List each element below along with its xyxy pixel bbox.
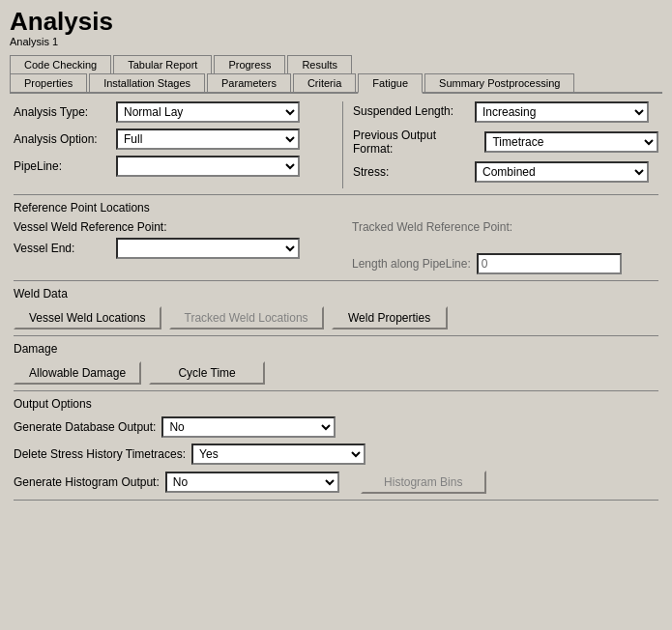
analysis-option-row: Analysis Option: Full Partial [14, 129, 333, 150]
tab-fatigue[interactable]: Fatigue [358, 73, 423, 94]
left-form: Analysis Type: Normal Lay Reverse Lay An… [14, 101, 342, 183]
divider-5 [14, 500, 658, 501]
stress-label: Stress: [353, 165, 469, 179]
tab-parameters[interactable]: Parameters [207, 73, 291, 92]
tab-tabular-report[interactable]: Tabular Report [113, 55, 212, 73]
vessel-end-row: Vessel End: [14, 238, 342, 259]
tab-results[interactable]: Results [287, 55, 352, 73]
divider-3 [14, 335, 658, 336]
delete-stress-label: Delete Stress History Timetraces: [14, 447, 186, 461]
tab-summary-postprocessing[interactable]: Summary Postprocessing [424, 73, 574, 92]
weld-properties-button[interactable]: Weld Properties [332, 306, 448, 329]
suspended-length-select[interactable]: Increasing Decreasing [475, 101, 649, 123]
cycle-time-button[interactable]: Cycle Time [149, 361, 265, 385]
tab-installation-stages[interactable]: Installation Stages [89, 73, 205, 92]
analysis-option-select[interactable]: Full Partial [116, 129, 300, 150]
page-container: Analysis Analysis 1 Code Checking Tabula… [0, 0, 672, 630]
top-form-section: Analysis Type: Normal Lay Reverse Lay An… [14, 101, 658, 189]
divider-2 [14, 280, 658, 281]
tab-properties[interactable]: Properties [10, 73, 87, 92]
divider-1 [14, 194, 658, 195]
generate-histogram-row: Generate Histogram Output: No Yes Histog… [14, 471, 658, 494]
vessel-weld-ref-label: Vessel Weld Reference Point: [14, 220, 342, 234]
analysis-type-label: Analysis Type: [14, 105, 110, 119]
histogram-bins-button[interactable]: Histogram Bins [361, 471, 486, 494]
delete-stress-row: Delete Stress History Timetraces: Yes No [14, 444, 658, 465]
vessel-end-label: Vessel End: [14, 242, 110, 255]
pipeline-select[interactable] [116, 156, 300, 177]
generate-db-label: Generate Database Output: [14, 420, 156, 434]
reference-points-header: Reference Point Locations [14, 201, 658, 215]
stress-row: Stress: Combined Axial Bending [353, 161, 658, 183]
delete-stress-select[interactable]: Yes No [191, 444, 365, 465]
page-title: Analysis [10, 8, 662, 36]
tracked-weld-ref-label: Tracked Weld Reference Point: [352, 220, 658, 234]
generate-histogram-label: Generate Histogram Output: [14, 475, 160, 489]
previous-output-select[interactable]: Timetrace Summary [484, 131, 658, 153]
stress-select[interactable]: Combined Axial Bending [475, 161, 649, 183]
previous-output-label: Previous Output Format: [353, 129, 479, 157]
tab-code-checking[interactable]: Code Checking [10, 55, 111, 73]
divider-4 [14, 390, 658, 391]
generate-db-row: Generate Database Output: No Yes [14, 416, 658, 438]
weld-buttons: Vessel Weld Locations Tracked Weld Locat… [14, 306, 658, 329]
analysis-type-row: Analysis Type: Normal Lay Reverse Lay [14, 101, 333, 123]
tab-bar: Code Checking Tabular Report Progress Re… [10, 55, 662, 94]
analysis-option-label: Analysis Option: [14, 132, 110, 146]
previous-output-row: Previous Output Format: Timetrace Summar… [353, 129, 658, 157]
generate-db-select[interactable]: No Yes [161, 416, 336, 438]
ref-left: Vessel Weld Reference Point: Vessel End: [14, 220, 342, 274]
tracked-weld-locations-button[interactable]: Tracked Weld Locations [169, 306, 324, 329]
ref-right: Tracked Weld Reference Point: Length alo… [342, 220, 658, 274]
tab-progress[interactable]: Progress [214, 55, 285, 73]
pipeline-row: PipeLine: [14, 156, 333, 177]
length-along-label: Length along PipeLine: [352, 257, 471, 271]
tab-criteria[interactable]: Criteria [293, 73, 356, 92]
output-options-header: Output Options [14, 397, 658, 411]
damage-buttons: Allowable Damage Cycle Time [14, 361, 658, 385]
content-area: Analysis Type: Normal Lay Reverse Lay An… [10, 94, 662, 511]
length-along-input[interactable] [477, 253, 622, 274]
reference-points-section: Vessel Weld Reference Point: Vessel End:… [14, 220, 658, 274]
page-subtitle: Analysis 1 [10, 36, 662, 47]
weld-data-header: Weld Data [14, 287, 658, 301]
tab-row-1: Code Checking Tabular Report Progress Re… [10, 55, 662, 73]
damage-header: Damage [14, 342, 658, 356]
allowable-damage-button[interactable]: Allowable Damage [14, 361, 141, 385]
pipeline-label: PipeLine: [14, 159, 110, 173]
generate-histogram-select[interactable]: No Yes [165, 472, 339, 493]
suspended-length-label: Suspended Length: [353, 104, 469, 118]
analysis-type-select[interactable]: Normal Lay Reverse Lay [116, 101, 300, 123]
vessel-end-select[interactable] [116, 238, 300, 259]
suspended-length-row: Suspended Length: Increasing Decreasing [353, 101, 658, 123]
vessel-weld-locations-button[interactable]: Vessel Weld Locations [14, 306, 161, 329]
right-form: Suspended Length: Increasing Decreasing … [342, 101, 658, 189]
tab-row-2: Properties Installation Stages Parameter… [10, 73, 662, 94]
length-along-row: Length along PipeLine: [352, 253, 658, 274]
